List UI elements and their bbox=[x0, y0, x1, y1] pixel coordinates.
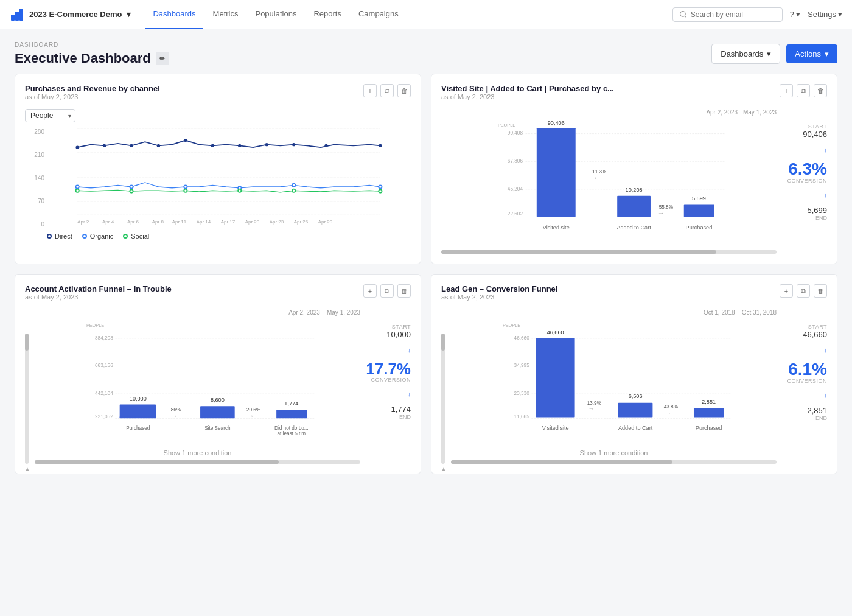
svg-point-14 bbox=[184, 139, 187, 142]
actions-button[interactable]: Actions ▾ bbox=[786, 44, 837, 63]
page-header-left: DASHBOARD Executive Dashboard ✏ bbox=[15, 41, 169, 66]
card3-delete-button[interactable]: 🗑 bbox=[397, 284, 411, 298]
nav-tab-dashboards[interactable]: Dashboards bbox=[145, 0, 203, 29]
card4-conversion-label: CONVERSION bbox=[781, 378, 827, 384]
page-header: DASHBOARD Executive Dashboard ✏ Dashboar… bbox=[0, 29, 852, 74]
svg-line-4 bbox=[685, 16, 686, 17]
dashboards-button[interactable]: Dashboards ▾ bbox=[711, 44, 780, 64]
card2-content: Apr 2, 2023 - May 1, 2023 90,408 67,806 … bbox=[441, 109, 827, 254]
svg-text:→: → bbox=[665, 409, 672, 416]
svg-text:Did not do Lo...: Did not do Lo... bbox=[274, 425, 309, 431]
card2-export-button[interactable]: ⧉ bbox=[797, 84, 810, 97]
nav-tab-reports[interactable]: Reports bbox=[306, 0, 349, 29]
card1-add-button[interactable]: + bbox=[363, 84, 377, 97]
svg-text:8,600: 8,600 bbox=[211, 397, 225, 403]
card4-export-button[interactable]: ⧉ bbox=[797, 284, 810, 298]
svg-point-30 bbox=[238, 189, 241, 192]
svg-text:Apr 26: Apr 26 bbox=[294, 219, 309, 225]
nav-tab-metrics[interactable]: Metrics bbox=[206, 0, 246, 29]
card4-scrollbar-thumb bbox=[451, 460, 672, 464]
svg-text:→: → bbox=[171, 412, 178, 419]
card3-export-button[interactable]: ⧉ bbox=[380, 284, 394, 298]
svg-text:11,665: 11,665 bbox=[514, 414, 530, 419]
svg-text:Purchased: Purchased bbox=[126, 425, 150, 431]
card2-scrollbar-thumb bbox=[441, 250, 716, 254]
card-purchases-revenue: Purchases and Revenue by channel as of M… bbox=[15, 74, 421, 264]
card1-export-button[interactable]: ⧉ bbox=[380, 84, 394, 97]
people-select-wrapper[interactable]: People Revenue bbox=[25, 109, 75, 122]
svg-text:Apr 14: Apr 14 bbox=[197, 219, 211, 225]
svg-rect-53 bbox=[537, 128, 576, 217]
card4-scrollbar[interactable] bbox=[451, 460, 777, 464]
card4-show-more: Show 1 more condition bbox=[451, 449, 777, 457]
legend-social: Social bbox=[123, 233, 149, 240]
line-chart-svg: Apr 2 Apr 4 Apr 6 Apr 8 Apr 11 Apr 14 Ap… bbox=[47, 128, 411, 226]
card2-title-group: Visited Site | Added to Cart | Purchased… bbox=[441, 84, 614, 107]
settings-button[interactable]: Settings▾ bbox=[808, 10, 842, 19]
card3-vscroll[interactable]: ▲ ▼ bbox=[25, 334, 30, 464]
svg-point-28 bbox=[130, 189, 133, 192]
svg-text:Apr 8: Apr 8 bbox=[152, 219, 164, 225]
card2-add-button[interactable]: + bbox=[780, 84, 793, 97]
svg-text:Apr 29: Apr 29 bbox=[318, 219, 333, 225]
card3-end-label: END bbox=[365, 414, 411, 420]
card3-scrollbar[interactable] bbox=[35, 460, 360, 464]
svg-text:90,408: 90,408 bbox=[508, 130, 523, 136]
svg-point-32 bbox=[379, 189, 382, 192]
card3-date-range: Apr 2, 2023 – May 1, 2023 bbox=[35, 309, 360, 316]
legend-direct-dot bbox=[47, 234, 52, 239]
search-box[interactable] bbox=[672, 7, 783, 22]
svg-point-13 bbox=[157, 144, 160, 147]
svg-text:Added to Cart: Added to Cart bbox=[618, 425, 653, 431]
svg-point-17 bbox=[265, 143, 268, 146]
card1-actions: + ⧉ 🗑 bbox=[363, 84, 411, 97]
svg-rect-103 bbox=[618, 403, 653, 418]
card4-add-button[interactable]: + bbox=[780, 284, 793, 298]
svg-text:PEOPLE: PEOPLE bbox=[86, 323, 104, 328]
card3-chart-area: Apr 2, 2023 – May 1, 2023 PEOPLE 884,208… bbox=[35, 309, 360, 464]
card2-stats: START 90,406 ↓ 6.3% CONVERSION ↓ 5,699 E… bbox=[781, 109, 827, 254]
svg-text:→: → bbox=[248, 412, 254, 419]
card2-header: Visited Site | Added to Cart | Purchased… bbox=[441, 84, 827, 107]
svg-text:45,204: 45,204 bbox=[508, 186, 523, 192]
card3-add-button[interactable]: + bbox=[363, 284, 377, 298]
card3-start-label: START bbox=[365, 324, 411, 330]
svg-text:22,602: 22,602 bbox=[508, 211, 523, 217]
page-title-actions: Dashboards ▾ Actions ▾ bbox=[711, 44, 837, 64]
card2-arrow-down: ↓ bbox=[781, 146, 827, 153]
card2-scrollbar[interactable] bbox=[441, 250, 777, 254]
card3-stats: START 10,000 ↓ 17.7% CONVERSION ↓ 1,774 … bbox=[365, 309, 411, 464]
svg-rect-61 bbox=[684, 205, 714, 217]
svg-point-26 bbox=[379, 185, 382, 188]
card4-delete-button[interactable]: 🗑 bbox=[814, 284, 827, 298]
search-input[interactable] bbox=[691, 10, 776, 19]
card4-funnel-svg: PEOPLE 46,660 34,995 23,330 11,665 46,66… bbox=[451, 318, 777, 446]
app-name: 2023 E-Commerce Demo bbox=[29, 10, 122, 19]
dashboard-grid: Purchases and Revenue by channel as of M… bbox=[0, 74, 852, 489]
card4-start-label: START bbox=[781, 324, 827, 330]
card4-stats: START 46,660 ↓ 6.1% CONVERSION ↓ 2,851 E… bbox=[781, 309, 827, 464]
help-button[interactable]: ?▾ bbox=[790, 10, 800, 19]
svg-text:5,699: 5,699 bbox=[692, 195, 706, 201]
svg-text:at least 5 tim: at least 5 tim bbox=[278, 431, 306, 436]
card1-delete-button[interactable]: 🗑 bbox=[397, 84, 411, 97]
card2-delete-button[interactable]: 🗑 bbox=[814, 84, 827, 97]
edit-button[interactable]: ✏ bbox=[156, 52, 169, 65]
svg-point-10 bbox=[75, 145, 79, 149]
nav-tab-populations[interactable]: Populations bbox=[248, 0, 304, 29]
card3-end-value: 1,774 bbox=[365, 405, 411, 414]
page-header-row: DASHBOARD Executive Dashboard ✏ Dashboar… bbox=[15, 41, 837, 66]
svg-text:→: → bbox=[588, 405, 595, 412]
svg-text:67,806: 67,806 bbox=[508, 158, 523, 164]
card4-date-range: Oct 1, 2018 – Oct 31, 2018 bbox=[451, 309, 777, 316]
card4-vscroll[interactable]: ▲ ▼ bbox=[441, 334, 446, 464]
app-logo[interactable]: 2023 E-Commerce Demo ▾ bbox=[10, 7, 131, 22]
svg-text:Visited site: Visited site bbox=[542, 425, 569, 431]
svg-rect-75 bbox=[120, 405, 156, 419]
svg-text:Purchased: Purchased bbox=[696, 425, 722, 431]
people-select[interactable]: People Revenue bbox=[25, 109, 75, 122]
card1-header: Purchases and Revenue by channel as of M… bbox=[25, 84, 411, 107]
svg-text:90,406: 90,406 bbox=[548, 120, 565, 126]
nav-tab-campaigns[interactable]: Campaigns bbox=[351, 0, 406, 29]
card3-show-more: Show 1 more condition bbox=[35, 449, 360, 457]
